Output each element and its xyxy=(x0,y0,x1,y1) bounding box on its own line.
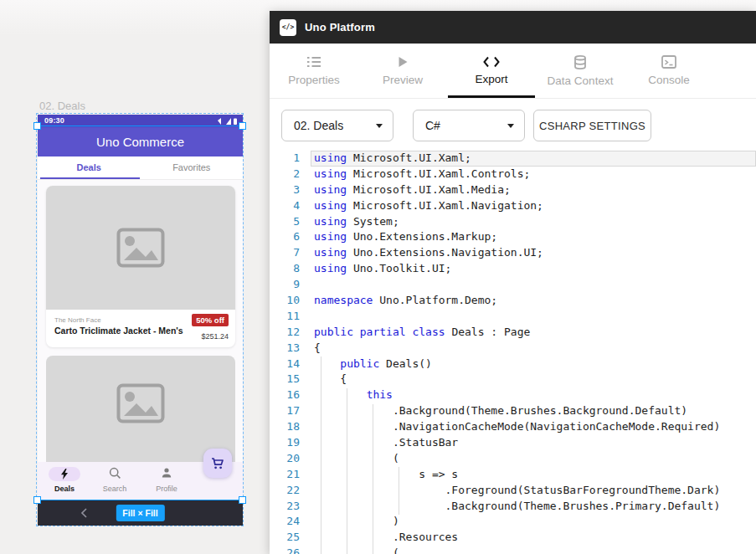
line-number: 3 xyxy=(270,182,300,198)
selection-border-top xyxy=(38,126,243,126)
line-number: 6 xyxy=(270,229,300,245)
screen: 02. Deals 09:30 Uno Commerce Deals Favor… xyxy=(0,0,756,554)
code-text: using Microsoft.UI.Xaml.Controls; xyxy=(314,167,530,182)
line-number: 5 xyxy=(270,214,300,230)
line-number: 2 xyxy=(270,167,300,182)
panel-title: Uno Platform xyxy=(305,21,375,33)
line-number: 1 xyxy=(270,151,300,167)
code-text: namespace Uno.Platform.Demo; xyxy=(314,293,497,309)
code-text: using Microsoft.UI.Xaml; xyxy=(314,151,471,167)
code-text: ( xyxy=(314,451,399,467)
nav-label-profile[interactable]: Profile xyxy=(143,485,190,493)
code-line: 22 .Foreground(StatusBarForegroundTheme.… xyxy=(270,483,756,499)
chevron-down-icon xyxy=(507,124,514,128)
csharp-settings-button[interactable]: CSHARP SETTINGS xyxy=(533,110,651,141)
code-text: public partial class Deals : Page xyxy=(314,325,530,341)
panel-header: </> Uno Platform xyxy=(270,11,756,44)
product-brand: The North Face xyxy=(54,316,101,324)
code-line: 6using Uno.Extensions.Markup; xyxy=(270,229,756,245)
line-number: 13 xyxy=(270,341,300,357)
line-number: 15 xyxy=(270,372,300,387)
code-text: using Uno.Toolkit.UI; xyxy=(314,261,451,277)
phone-frame[interactable]: 09:30 Uno Commerce Deals Favorites xyxy=(38,115,243,526)
tab-preview[interactable]: Preview xyxy=(358,44,447,98)
discount-badge: 50% off xyxy=(192,314,229,326)
cart-icon xyxy=(211,457,224,470)
tab-data-context[interactable]: Data Context xyxy=(536,44,625,98)
cart-fab-button[interactable] xyxy=(203,449,232,478)
code-text: .Background(Theme.Brushes.Primary.Defaul… xyxy=(314,499,720,515)
code-editor[interactable]: 1using Microsoft.UI.Xaml;2using Microsof… xyxy=(270,151,756,554)
phone-tab-deals[interactable]: Deals xyxy=(38,156,141,179)
code-line: 17 .Background(Theme.Brushes.Background.… xyxy=(270,403,756,419)
nav-label-deals[interactable]: Deals xyxy=(38,485,91,493)
code-line: 4using Microsoft.UI.Xaml.Navigation; xyxy=(270,198,756,214)
phone-tab-favorites[interactable]: Favorites xyxy=(141,156,244,179)
product-price: $251.24 xyxy=(201,332,229,341)
code-text: .Foreground(StatusBarForegroundTheme.Dar… xyxy=(314,483,720,499)
code-line: 16 this xyxy=(270,387,756,403)
line-number: 22 xyxy=(270,483,300,499)
code-line: 7using Uno.Extensions.Navigation.UI; xyxy=(270,245,756,261)
search-icon[interactable] xyxy=(109,467,121,480)
selection-handle-bottom-right[interactable] xyxy=(239,496,246,504)
android-nav-bar: Fill × Fill xyxy=(38,500,243,526)
code-line: 15 { xyxy=(270,372,756,387)
code-line: 13{ xyxy=(270,341,756,357)
code-line: 10namespace Uno.Platform.Demo; xyxy=(270,293,756,309)
selection-handle-bottom-left[interactable] xyxy=(33,496,41,504)
code-brackets-icon xyxy=(483,56,500,68)
product-card-2[interactable] xyxy=(46,356,235,462)
active-tab-underline xyxy=(448,95,535,99)
phone-app-bar: Uno Commerce xyxy=(38,127,243,156)
code-line: 8using Uno.Toolkit.UI; xyxy=(270,261,756,277)
nav-active-pill[interactable] xyxy=(49,467,80,481)
code-line: 5using System; xyxy=(270,214,756,230)
code-text: .Background(Theme.Brushes.Background.Def… xyxy=(314,403,687,419)
line-number: 18 xyxy=(270,419,300,435)
wifi-icon xyxy=(218,118,221,125)
code-line: 9 xyxy=(270,277,756,293)
code-line: 1using Microsoft.UI.Xaml; xyxy=(270,151,756,167)
phone-tab-bar: Deals Favorites xyxy=(38,156,243,180)
code-text: using Uno.Extensions.Markup; xyxy=(314,229,497,245)
line-number: 20 xyxy=(270,451,300,467)
code-line: 21 s => s xyxy=(270,467,756,483)
tab-console[interactable]: Console xyxy=(625,44,713,98)
terminal-icon xyxy=(661,55,676,69)
product-name: Carto Triclimate Jacket - Men's xyxy=(54,326,183,336)
screen-select-dropdown[interactable]: 02. Deals xyxy=(281,110,393,141)
uno-platform-logo-icon: </> xyxy=(280,19,296,36)
line-number: 23 xyxy=(270,499,300,515)
image-placeholder-icon xyxy=(116,228,165,268)
code-text: public Deals() xyxy=(314,357,432,372)
code-line: 20 ( xyxy=(270,451,756,467)
app-title: Uno Commerce xyxy=(38,127,243,156)
code-line: 11 xyxy=(270,309,756,325)
selection-handle-top-right[interactable] xyxy=(239,122,246,130)
back-chevron-icon[interactable] xyxy=(80,507,88,519)
line-number: 17 xyxy=(270,403,300,419)
play-icon xyxy=(396,55,409,69)
active-tab-underline xyxy=(40,177,140,180)
line-number: 14 xyxy=(270,357,300,372)
code-text: s => s xyxy=(314,467,458,483)
tab-export[interactable]: Export xyxy=(447,44,536,98)
code-line: 2using Microsoft.UI.Xaml.Controls; xyxy=(270,167,756,182)
code-text: { xyxy=(314,341,321,357)
profile-icon[interactable] xyxy=(161,467,172,479)
code-line: 24 ) xyxy=(270,514,756,530)
nav-label-search[interactable]: Search xyxy=(91,485,138,493)
line-number: 12 xyxy=(270,325,300,341)
tab-properties[interactable]: Properties xyxy=(270,44,358,98)
selection-handle-top-left[interactable] xyxy=(33,122,41,130)
product-card[interactable]: The North Face Carto Triclimate Jacket -… xyxy=(46,186,235,347)
code-line: 12public partial class Deals : Page xyxy=(270,325,756,341)
chevron-down-icon xyxy=(376,124,383,128)
code-line: 3using Microsoft.UI.Xaml.Media; xyxy=(270,182,756,198)
language-select-dropdown[interactable]: C# xyxy=(413,110,525,141)
line-number: 9 xyxy=(270,277,300,293)
code-line: 26 ( xyxy=(270,546,756,554)
frame-label[interactable]: 02. Deals xyxy=(39,100,85,112)
code-text: .NavigationCacheMode(NavigationCacheMode… xyxy=(314,419,720,435)
